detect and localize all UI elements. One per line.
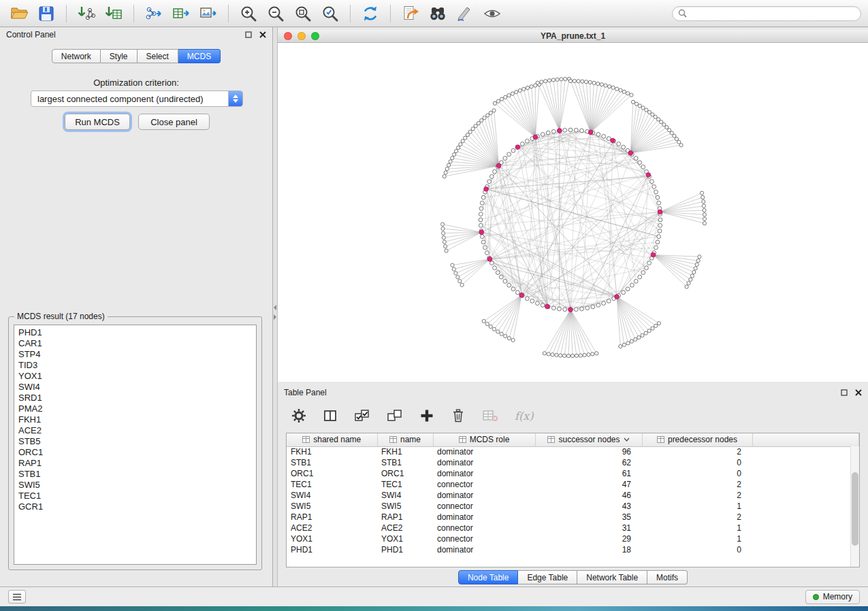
import-table-button[interactable] [101, 3, 126, 24]
table-cell[interactable]: SWI5 [287, 501, 377, 512]
table-cell[interactable]: dominator [433, 512, 535, 523]
table-cell[interactable]: dominator [433, 490, 535, 501]
table-cell[interactable]: connector [433, 533, 535, 544]
table-cell[interactable]: connector [433, 479, 535, 490]
table-cell[interactable]: 29 [535, 533, 642, 544]
tab-network[interactable]: Network [52, 49, 101, 63]
table-cell[interactable]: 61 [535, 468, 642, 479]
mcds-result-item[interactable]: FKH1 [18, 414, 256, 425]
table-cell[interactable]: YOX1 [377, 533, 433, 544]
memory-button[interactable]: Memory [805, 590, 860, 604]
table-cell[interactable]: ACE2 [287, 523, 377, 533]
table-cell[interactable]: 96 [535, 446, 642, 457]
table-settings-gear-icon[interactable] [291, 408, 306, 423]
table-cell[interactable]: TEC1 [287, 479, 377, 490]
table-row[interactable]: TEC1TEC1connector472 [287, 479, 859, 490]
select-all-icon[interactable] [354, 408, 370, 423]
mcds-result-item[interactable]: PMA2 [18, 403, 256, 414]
expand-right-icon[interactable] [274, 314, 276, 320]
refresh-button[interactable] [358, 3, 383, 24]
mcds-result-item[interactable]: CAR1 [18, 338, 256, 349]
zoom-out-button[interactable] [263, 3, 288, 24]
window-close-icon[interactable] [284, 32, 292, 40]
table-cell[interactable]: ACE2 [377, 523, 433, 533]
table-cell[interactable]: YOX1 [287, 533, 377, 544]
search-box[interactable] [672, 6, 861, 21]
table-cell[interactable]: 2 [642, 512, 752, 523]
table-cell[interactable]: PHD1 [287, 544, 377, 555]
table-cell[interactable]: FKH1 [287, 446, 377, 457]
table-scrollbar[interactable] [850, 446, 859, 567]
tab-node-table[interactable]: Node Table [458, 570, 519, 584]
table-cell[interactable]: 31 [535, 523, 642, 533]
mcds-result-item[interactable]: ORC1 [18, 447, 256, 458]
table-row[interactable]: SWI4SWI4dominator462 [287, 490, 859, 501]
table-cell[interactable]: STB1 [287, 457, 377, 468]
column-header-successor-nodes[interactable]: successor nodes [535, 433, 642, 446]
table-row[interactable]: ORC1ORC1dominator610 [287, 468, 859, 479]
close-panel-icon[interactable] [855, 389, 862, 396]
zoom-in-button[interactable] [236, 3, 261, 24]
mcds-result-list[interactable]: PHD1CAR1STP4TID3YOX1SWI4SRD1PMA2FKH1ACE2… [14, 325, 257, 565]
network-graph[interactable] [278, 43, 868, 382]
table-cell[interactable]: RAP1 [287, 512, 377, 523]
mcds-result-item[interactable]: STB5 [18, 436, 256, 447]
deselect-all-icon[interactable] [387, 408, 403, 423]
table-cell[interactable]: 2 [642, 479, 752, 490]
table-cell[interactable]: SWI4 [287, 490, 377, 501]
close-panel-icon[interactable] [259, 31, 266, 38]
window-minimize-icon[interactable] [298, 32, 306, 40]
mcds-result-item[interactable]: TEC1 [18, 491, 256, 501]
delete-column-trash-icon[interactable] [451, 408, 466, 423]
panel-splitter[interactable] [273, 27, 278, 587]
mcds-result-item[interactable]: ACE2 [18, 425, 256, 436]
column-header-name[interactable]: name [377, 433, 433, 446]
clipboard-share-button[interactable] [398, 3, 423, 24]
run-mcds-button[interactable]: Run MCDS [65, 114, 130, 130]
table-cell[interactable]: 0 [642, 544, 752, 555]
mcds-result-item[interactable]: STP4 [18, 349, 256, 360]
table-cell[interactable]: PHD1 [377, 544, 433, 555]
table-cell[interactable]: SWI5 [377, 501, 433, 512]
table-cell[interactable]: dominator [433, 544, 535, 555]
column-header-predecessor-nodes[interactable]: predecessor nodes [642, 433, 752, 446]
optimization-criterion-dropdown[interactable]: largest connected component (undirected) [31, 90, 243, 107]
table-cell[interactable]: SWI4 [377, 490, 433, 501]
tab-select[interactable]: Select [138, 49, 178, 63]
mcds-result-item[interactable]: RAP1 [18, 458, 256, 469]
zoom-selected-button[interactable] [318, 3, 342, 24]
export-table-button[interactable] [169, 3, 193, 24]
function-builder-label[interactable]: f(x) [515, 410, 533, 423]
mcds-result-item[interactable]: GCR1 [18, 501, 256, 512]
table-cell[interactable]: ORC1 [287, 468, 377, 479]
tab-network-table[interactable]: Network Table [577, 570, 647, 584]
float-panel-icon[interactable] [245, 31, 252, 38]
table-cell[interactable]: STB1 [377, 457, 433, 468]
column-chooser-icon[interactable] [323, 408, 338, 423]
mcds-result-item[interactable]: STB1 [18, 469, 256, 480]
table-cell[interactable]: dominator [433, 446, 535, 457]
mcds-result-item[interactable]: SWI5 [18, 480, 256, 491]
mcds-result-item[interactable]: YOX1 [18, 371, 256, 382]
table-cell[interactable]: 18 [535, 544, 642, 555]
table-row[interactable]: YOX1YOX1connector291 [287, 533, 859, 544]
table-cell[interactable]: 1 [642, 523, 752, 533]
collapse-left-icon[interactable] [274, 305, 276, 310]
tab-motifs[interactable]: Motifs [647, 570, 688, 584]
mcds-result-item[interactable]: SWI4 [18, 382, 256, 393]
status-menu-button[interactable] [8, 590, 26, 604]
import-network-button[interactable] [74, 3, 99, 24]
mcds-result-item[interactable]: PHD1 [18, 327, 256, 338]
table-row[interactable]: PHD1PHD1dominator180 [287, 544, 859, 555]
table-cell[interactable]: 62 [535, 457, 642, 468]
find-button[interactable] [425, 3, 450, 24]
mcds-result-item[interactable]: SRD1 [18, 393, 256, 403]
table-cell[interactable]: dominator [433, 468, 535, 479]
table-scrollbar-thumb[interactable] [852, 472, 858, 546]
table-cell[interactable]: connector [433, 501, 535, 512]
table-cell[interactable]: 2 [642, 490, 752, 501]
tab-mcds[interactable]: MCDS [178, 49, 221, 63]
show-hide-button[interactable] [480, 3, 504, 24]
table-cell[interactable]: connector [433, 523, 535, 533]
zoom-fit-button[interactable] [291, 3, 315, 24]
